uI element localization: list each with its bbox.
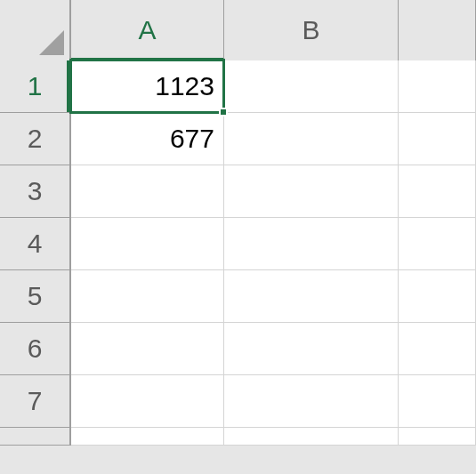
cell-B6[interactable]	[224, 323, 399, 375]
cell-A4[interactable]	[71, 218, 224, 270]
cell-C3[interactable]	[399, 165, 476, 218]
cell-C1[interactable]	[399, 60, 476, 113]
cell-C7[interactable]	[399, 375, 476, 428]
row-3: 3	[0, 165, 476, 218]
cell-A3[interactable]	[71, 165, 224, 218]
cell-B5[interactable]	[224, 270, 399, 323]
cell-C2[interactable]	[399, 113, 476, 165]
row-header-3[interactable]: 3	[0, 165, 71, 218]
column-header-B[interactable]: B	[224, 0, 399, 60]
row-8	[0, 428, 476, 446]
cell-C5[interactable]	[399, 270, 476, 323]
row-header-7[interactable]: 7	[0, 375, 71, 428]
select-all-button[interactable]	[0, 0, 71, 60]
row-header-2[interactable]: 2	[0, 113, 71, 165]
select-all-triangle-icon	[39, 30, 64, 55]
cell-A8[interactable]	[71, 428, 224, 446]
cell-A6[interactable]	[71, 323, 224, 375]
row-6: 6	[0, 323, 476, 375]
fill-handle[interactable]	[219, 108, 228, 116]
row-header-5[interactable]: 5	[0, 270, 71, 323]
column-header-row: A B	[0, 0, 476, 60]
cell-B1[interactable]	[224, 60, 399, 113]
column-header-A[interactable]: A	[71, 0, 224, 60]
row-5: 5	[0, 270, 476, 323]
cell-A2[interactable]: 677	[71, 113, 224, 165]
row-header-6[interactable]: 6	[0, 323, 71, 375]
row-header-4[interactable]: 4	[0, 218, 71, 270]
cell-B3[interactable]	[224, 165, 399, 218]
cell-A5[interactable]	[71, 270, 224, 323]
cell-C8[interactable]	[399, 428, 476, 446]
cell-B2[interactable]	[224, 113, 399, 165]
row-2: 2 677	[0, 113, 476, 165]
cell-B8[interactable]	[224, 428, 399, 446]
column-header-C[interactable]	[399, 0, 476, 60]
row-1: 1 1123	[0, 60, 476, 113]
cell-B4[interactable]	[224, 218, 399, 270]
cell-A7[interactable]	[71, 375, 224, 428]
cell-A1[interactable]: 1123	[71, 60, 224, 113]
row-header-8[interactable]	[0, 428, 71, 446]
row-4: 4	[0, 218, 476, 270]
cell-B7[interactable]	[224, 375, 399, 428]
cell-C4[interactable]	[399, 218, 476, 270]
spreadsheet-grid: A B 1 1123 2 677 3 4 5 6 7	[0, 0, 476, 474]
svg-marker-0	[39, 30, 64, 55]
cell-C6[interactable]	[399, 323, 476, 375]
row-header-1[interactable]: 1	[0, 60, 71, 113]
row-7: 7	[0, 375, 476, 428]
